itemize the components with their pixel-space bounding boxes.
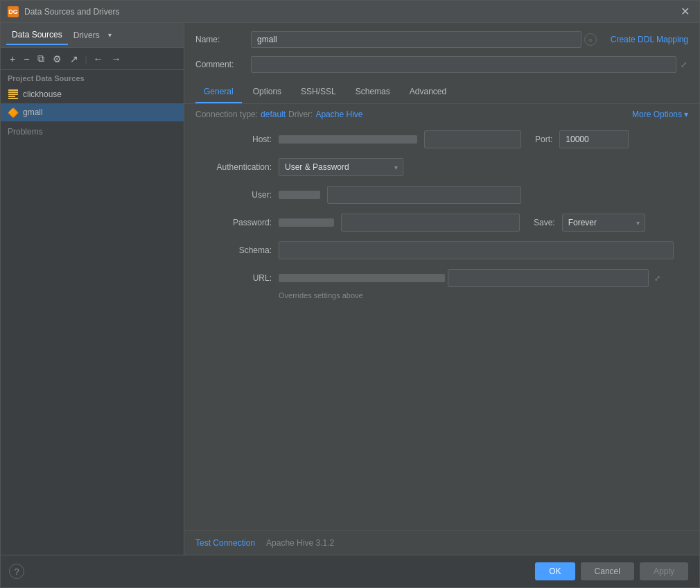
url-blurred <box>279 274 445 282</box>
sidebar-tab-bar: Data Sources Drivers ▾ <box>1 23 184 48</box>
remove-datasource-button[interactable]: − <box>20 51 33 67</box>
more-options-arrow: ▾ <box>684 110 688 119</box>
test-connection-button[interactable]: Test Connection <box>195 538 255 548</box>
driver-label: Driver: <box>288 110 313 119</box>
password-row: Password: Save: Forever Session Never ▾ <box>195 214 688 232</box>
export-button[interactable]: ↗ <box>67 51 82 67</box>
driver-value[interactable]: Apache Hive <box>315 110 362 119</box>
user-row: User: <box>195 186 688 204</box>
password-label: Password: <box>195 218 272 227</box>
save-select[interactable]: Forever Session Never <box>562 214 645 232</box>
apply-button[interactable]: Apply <box>640 562 688 580</box>
password-input[interactable] <box>341 214 520 232</box>
main-content: Data Sources Drivers ▾ + − ⧉ ⚙ ↗ | ← → P… <box>1 23 699 555</box>
title-bar: DG Data Sources and Drivers ✕ <box>1 1 699 23</box>
form-section: Host: Port: Authentication: User & Passw… <box>184 125 699 530</box>
forward-button[interactable]: → <box>108 51 125 67</box>
schema-input[interactable] <box>279 241 674 259</box>
help-button[interactable]: ? <box>9 564 24 579</box>
port-input[interactable] <box>559 130 629 148</box>
auth-select[interactable]: User & Password No auth Username <box>279 158 403 176</box>
tab-options[interactable]: Options <box>245 81 290 103</box>
copy-datasource-button[interactable]: ⧉ <box>34 51 48 67</box>
project-datasources-label: Project Data Sources <box>1 70 184 85</box>
comment-row: Comment: ⤢ <box>184 53 699 81</box>
auth-row: Authentication: User & Password No auth … <box>195 158 688 176</box>
tab-data-sources[interactable]: Data Sources <box>6 26 68 45</box>
add-datasource-button[interactable]: + <box>6 51 19 67</box>
auth-label: Authentication: <box>195 162 272 172</box>
user-label: User: <box>195 190 272 200</box>
close-button[interactable]: ✕ <box>678 5 692 18</box>
comment-label: Comment: <box>195 60 244 69</box>
sidebar-item-gmall[interactable]: 🔶 gmall <box>1 103 184 121</box>
data-sources-dialog: DG Data Sources and Drivers ✕ Data Sourc… <box>0 0 700 588</box>
url-extra-input[interactable] <box>448 269 649 287</box>
name-row: Name: ○ Create DDL Mapping <box>184 23 699 53</box>
connection-type-value[interactable]: default <box>261 110 286 119</box>
host-blurred <box>279 135 417 144</box>
gmall-icon: 🔶 <box>8 107 19 118</box>
sidebar-toolbar: + − ⧉ ⚙ ↗ | ← → <box>1 48 184 70</box>
more-options-label: More Options <box>632 110 682 119</box>
settings-button[interactable]: ⚙ <box>49 51 65 67</box>
more-options-button[interactable]: More Options ▾ <box>632 110 688 119</box>
host-input[interactable] <box>424 130 521 148</box>
auth-select-wrap: User & Password No auth Username ▾ <box>279 158 403 176</box>
comment-input-wrap: ⤢ <box>251 56 688 73</box>
name-input-wrap: ○ <box>251 31 597 48</box>
dialog-footer: OK Cancel Apply <box>1 555 699 587</box>
toolbar-separator: | <box>85 54 87 64</box>
gmall-label: gmall <box>23 107 43 117</box>
create-ddl-link[interactable]: Create DDL Mapping <box>611 35 688 44</box>
schema-row: Schema: <box>195 241 688 259</box>
window-title: Data Sources and Drivers <box>24 7 678 17</box>
schema-label: Schema: <box>195 245 272 255</box>
url-row: URL: ⤢ <box>195 269 688 287</box>
ok-button[interactable]: OK <box>535 562 575 580</box>
comment-input[interactable] <box>251 56 676 73</box>
port-label: Port: <box>535 135 552 144</box>
password-blurred <box>279 218 334 227</box>
connection-info-bar: Connection type: default Driver: Apache … <box>184 104 699 125</box>
tab-schemas[interactable]: Schemas <box>347 81 399 103</box>
right-panel: Name: ○ Create DDL Mapping Comment: ⤢ Ge… <box>184 23 699 555</box>
user-blurred <box>279 191 320 199</box>
clickhouse-label: clickhouse <box>23 89 62 99</box>
tab-drivers[interactable]: Drivers <box>68 26 105 44</box>
tab-dropdown-arrow[interactable]: ▾ <box>108 31 112 39</box>
back-button[interactable]: ← <box>90 51 107 67</box>
user-input[interactable] <box>327 186 521 204</box>
bottom-bar: Test Connection Apache Hive 3.1.2 <box>184 530 699 555</box>
tab-general[interactable]: General <box>195 81 242 103</box>
name-input[interactable] <box>251 31 581 48</box>
tab-ssh-ssl[interactable]: SSH/SSL <box>292 81 344 103</box>
sidebar-item-clickhouse[interactable]: clickhouse <box>1 85 184 103</box>
save-label: Save: <box>534 218 555 227</box>
tab-advanced[interactable]: Advanced <box>401 81 455 103</box>
app-icon: DG <box>8 6 19 17</box>
host-label: Host: <box>195 135 272 144</box>
clickhouse-icon <box>8 89 19 100</box>
comment-expand-button[interactable]: ⤢ <box>679 59 688 71</box>
sidebar: Data Sources Drivers ▾ + − ⧉ ⚙ ↗ | ← → P… <box>1 23 184 555</box>
driver-version: Apache Hive 3.1.2 <box>266 538 334 548</box>
save-select-wrap: Forever Session Never ▾ <box>562 214 645 232</box>
connection-type-label: Connection type: <box>195 110 258 119</box>
url-wrap: ⤢ <box>279 269 663 287</box>
name-options-button[interactable]: ○ <box>584 33 597 46</box>
config-tabs-bar: General Options SSH/SSL Schemas Advanced <box>184 81 699 104</box>
sidebar-problems[interactable]: Problems <box>1 121 184 142</box>
url-expand-button[interactable]: ⤢ <box>651 273 663 284</box>
overrides-text: Overrides settings above <box>279 291 688 300</box>
url-label: URL: <box>195 273 272 283</box>
host-row: Host: Port: <box>195 130 688 148</box>
name-label: Name: <box>195 35 244 44</box>
cancel-button[interactable]: Cancel <box>581 562 634 580</box>
